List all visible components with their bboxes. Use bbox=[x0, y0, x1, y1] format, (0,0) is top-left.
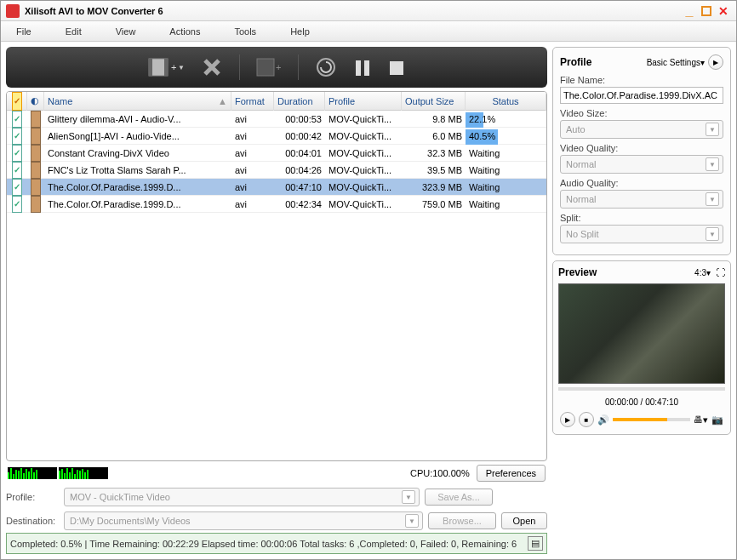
stop-button[interactable] bbox=[387, 55, 406, 79]
volume-slider[interactable] bbox=[613, 418, 690, 421]
file-name: The.Color.Of.Paradise.1999.D... bbox=[44, 196, 231, 213]
svg-rect-2 bbox=[164, 59, 168, 76]
film-icon bbox=[31, 179, 41, 196]
open-button[interactable]: Open bbox=[501, 512, 547, 529]
menubar: File Edit View Actions Tools Help bbox=[1, 21, 736, 42]
log-icon[interactable]: ▤ bbox=[528, 536, 543, 551]
menu-file[interactable]: File bbox=[16, 26, 31, 37]
audioquality-combo[interactable]: Normal▼ bbox=[560, 190, 723, 209]
file-name: The.Color.Of.Paradise.1999.D... bbox=[44, 179, 231, 196]
table-row[interactable]: ✓ Constant Craving-DivX Video avi 00:04:… bbox=[7, 145, 546, 162]
file-status: 22.1% bbox=[466, 111, 546, 128]
svg-rect-4 bbox=[257, 59, 274, 76]
expand-button[interactable]: ▶ bbox=[708, 54, 723, 70]
film-icon bbox=[31, 162, 41, 179]
videoquality-combo[interactable]: Normal▼ bbox=[560, 155, 723, 174]
col-format[interactable]: Format bbox=[231, 92, 274, 111]
aspect-ratio-dropdown[interactable]: 4:3▾ bbox=[694, 268, 711, 277]
split-combo[interactable]: No Split▼ bbox=[560, 225, 723, 243]
file-duration: 00:00:53 bbox=[274, 111, 325, 128]
svg-text:+: + bbox=[276, 62, 281, 72]
destination-combo[interactable]: D:\My Documents\My Videos▼ bbox=[64, 511, 423, 530]
file-list: ✓ ◐ Name▲ Format Duration Profile Output… bbox=[6, 91, 547, 461]
main-toolbar: +▼ + bbox=[6, 47, 547, 88]
col-outputsize[interactable]: Output Size bbox=[402, 92, 466, 111]
file-profile: MOV-QuickTi... bbox=[325, 111, 402, 128]
file-profile: MOV-QuickTi... bbox=[325, 145, 402, 162]
table-row[interactable]: ✓ The.Color.Of.Paradise.1999.D... avi 00… bbox=[7, 196, 546, 213]
table-row[interactable]: ✓ FNC's Liz Trotta Slams Sarah P... avi … bbox=[7, 162, 546, 179]
col-name[interactable]: Name▲ bbox=[44, 92, 231, 111]
add-file-button[interactable]: +▼ bbox=[147, 55, 185, 79]
seek-bar[interactable] bbox=[558, 387, 725, 391]
stop-preview-button[interactable]: ■ bbox=[579, 412, 594, 427]
file-status: Waiting bbox=[466, 179, 546, 196]
col-duration[interactable]: Duration bbox=[274, 92, 325, 111]
titlebar: Xilisoft AVI to MOV Converter 6 _ ✕ bbox=[1, 1, 736, 21]
preferences-button[interactable]: Preferences bbox=[477, 465, 546, 482]
status-bar: Completed: 0.5% | Time Remaining: 00:22:… bbox=[6, 533, 547, 554]
settings-dropdown[interactable]: Basic Settings▾ bbox=[647, 58, 705, 67]
refresh-button[interactable] bbox=[314, 55, 338, 79]
col-profile[interactable]: Profile bbox=[325, 92, 402, 111]
audioquality-label: Audio Quality: bbox=[560, 178, 723, 188]
film-icon bbox=[31, 128, 41, 145]
fullscreen-icon[interactable]: ⛶ bbox=[716, 267, 725, 277]
file-status: Waiting bbox=[466, 145, 546, 162]
destination-label: Destination: bbox=[6, 516, 59, 526]
select-all-checkbox[interactable]: ✓ bbox=[7, 92, 27, 111]
window-title: Xilisoft AVI to MOV Converter 6 bbox=[25, 6, 680, 16]
col-status[interactable]: Status bbox=[466, 92, 546, 111]
table-row[interactable]: ✓ AlienSong[1]-AVI - Audio-Vide... avi 0… bbox=[7, 128, 546, 145]
minimize-button[interactable]: _ bbox=[682, 4, 697, 18]
col-icon[interactable]: ◐ bbox=[27, 92, 44, 111]
menu-help[interactable]: Help bbox=[290, 26, 310, 37]
play-button[interactable]: ▶ bbox=[560, 412, 575, 427]
file-duration: 00:04:01 bbox=[274, 145, 325, 162]
convert-button[interactable]: + bbox=[255, 55, 283, 79]
file-profile: MOV-QuickTi... bbox=[325, 162, 402, 179]
maximize-button[interactable] bbox=[699, 4, 714, 18]
browse-button[interactable]: Browse... bbox=[428, 512, 496, 529]
cpu-meter bbox=[8, 467, 108, 479]
row-checkbox[interactable]: ✓ bbox=[12, 162, 22, 179]
row-checkbox[interactable]: ✓ bbox=[12, 196, 22, 213]
file-name: Glittery dilemma-AVI - Audio-V... bbox=[44, 111, 231, 128]
film-icon bbox=[31, 196, 41, 213]
remove-button[interactable] bbox=[200, 55, 224, 79]
volume-icon[interactable]: 🔊 bbox=[597, 414, 609, 426]
row-checkbox[interactable]: ✓ bbox=[12, 145, 22, 162]
save-as-button[interactable]: Save As... bbox=[425, 489, 493, 506]
file-size: 6.0 MB bbox=[402, 128, 466, 145]
file-format: avi bbox=[231, 128, 274, 145]
preview-video[interactable] bbox=[558, 283, 725, 384]
menu-actions[interactable]: Actions bbox=[169, 26, 200, 37]
file-size: 39.5 MB bbox=[402, 162, 466, 179]
row-checkbox[interactable]: ✓ bbox=[12, 111, 22, 128]
app-logo-icon bbox=[6, 4, 20, 18]
file-format: avi bbox=[231, 111, 274, 128]
profile-combo[interactable]: MOV - QuickTime Video▼ bbox=[64, 488, 420, 506]
menu-view[interactable]: View bbox=[116, 26, 136, 37]
file-size: 32.3 MB bbox=[402, 145, 466, 162]
row-checkbox[interactable]: ✓ bbox=[12, 179, 22, 196]
snapshot-icon[interactable]: 📷 bbox=[711, 414, 723, 426]
svg-rect-1 bbox=[149, 59, 152, 76]
row-checkbox[interactable]: ✓ bbox=[12, 128, 22, 145]
table-row[interactable]: ✓ Glittery dilemma-AVI - Audio-V... avi … bbox=[7, 111, 546, 128]
film-icon bbox=[31, 111, 41, 128]
pause-button[interactable] bbox=[353, 55, 372, 79]
file-format: avi bbox=[231, 179, 274, 196]
snapshot-folder-icon[interactable]: 🖶▾ bbox=[694, 414, 708, 426]
videosize-combo[interactable]: Auto▼ bbox=[560, 120, 723, 139]
filename-label: File Name: bbox=[560, 75, 723, 85]
svg-text:+: + bbox=[171, 62, 176, 72]
menu-tools[interactable]: Tools bbox=[234, 26, 256, 37]
file-name: Constant Craving-DivX Video bbox=[44, 145, 231, 162]
table-row[interactable]: ✓ The.Color.Of.Paradise.1999.D... avi 00… bbox=[7, 179, 546, 196]
menu-edit[interactable]: Edit bbox=[66, 26, 82, 37]
svg-rect-9 bbox=[390, 61, 403, 75]
close-button[interactable]: ✕ bbox=[716, 4, 731, 18]
file-format: avi bbox=[231, 162, 274, 179]
filename-input[interactable] bbox=[560, 87, 723, 104]
